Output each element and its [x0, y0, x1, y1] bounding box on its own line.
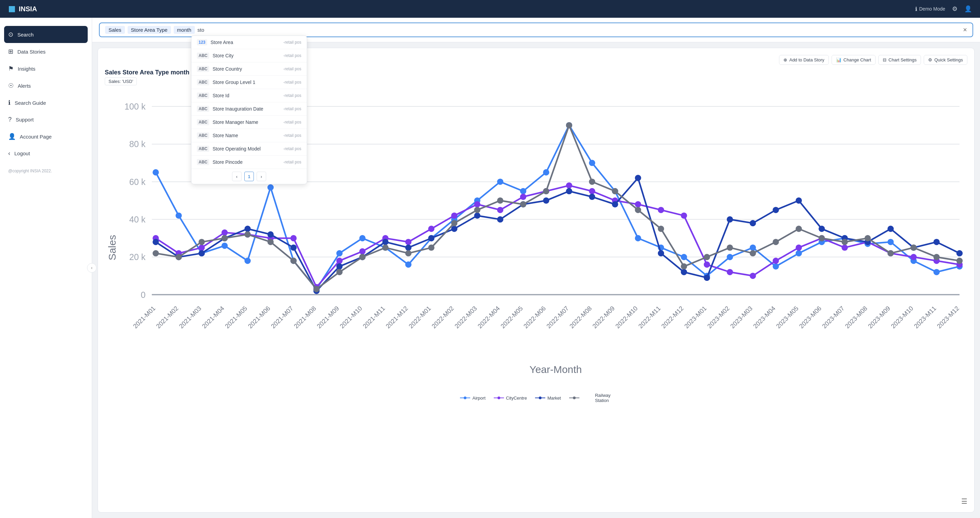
next-page-button[interactable]: › — [256, 172, 266, 181]
svg-text:20 k: 20 k — [129, 252, 146, 262]
sidebar-toggle[interactable]: ‹ — [87, 263, 97, 273]
sidebar-item-logout[interactable]: ‹ Logout — [0, 145, 92, 162]
svg-point-14 — [464, 397, 466, 399]
x-axis-tick: 2023-M08 — [843, 305, 869, 330]
sidebar-item-alerts-label: Alerts — [18, 83, 31, 89]
search-token-month[interactable]: month — [174, 26, 195, 34]
prev-page-button[interactable]: ‹ — [232, 172, 242, 181]
chart-line-market — [156, 178, 959, 291]
dropdown-pagination: ‹ 1 › — [191, 168, 307, 184]
hamburger-menu[interactable]: ☰ — [961, 497, 967, 505]
chart-dot — [589, 194, 595, 200]
chart-dot — [359, 254, 366, 260]
dropdown-item[interactable]: ABCStore Operating Model-retail pos — [191, 142, 307, 156]
chart-icon: 📊 — [836, 57, 842, 62]
x-axis-tick: 2021-M11 — [361, 305, 386, 330]
search-input[interactable] — [197, 27, 961, 33]
chart-dot — [153, 239, 159, 245]
chart-dot — [888, 226, 894, 232]
chart-dot — [842, 244, 848, 251]
search-token-store-area[interactable]: Store Area Type — [127, 26, 171, 34]
sidebar-item-search[interactable]: ⊙ Search — [4, 26, 88, 43]
chart-dot — [497, 207, 503, 213]
x-axis-tick: 2021-M05 — [223, 305, 248, 330]
x-axis-tick: 2023-M07 — [821, 305, 846, 330]
chart-dot — [750, 220, 756, 226]
dropdown-item[interactable]: ABCStore Group Level 1-retail pos — [191, 76, 307, 89]
chart-dot — [406, 244, 412, 251]
chart-dot — [199, 244, 205, 251]
add-to-data-story-button[interactable]: ⊕ Add to Data Story — [779, 55, 829, 65]
sidebar-item-support[interactable]: ? Support — [0, 111, 92, 128]
dropdown-item-source: -retail pos — [283, 160, 301, 164]
dropdown-item[interactable]: ABCStore Pincode-retail pos — [191, 156, 307, 168]
chart-dot — [842, 239, 848, 245]
chart-settings-button[interactable]: ⊟ Chart Settings — [878, 55, 921, 65]
quick-settings-button[interactable]: ⚙ Quick Settings — [924, 55, 967, 65]
chart-dot — [589, 178, 595, 184]
dropdown-item[interactable]: ABCStore Name-retail pos — [191, 129, 307, 142]
svg-text:0: 0 — [141, 290, 145, 300]
svg-point-18 — [539, 397, 541, 399]
search-token-sales[interactable]: Sales — [105, 26, 125, 34]
sidebar-item-account[interactable]: 👤 Account Page — [0, 128, 92, 145]
search-bar[interactable]: Sales Store Area Type month × — [99, 22, 973, 37]
sidebar-item-support-label: Support — [16, 117, 34, 122]
header: ▦ INSIA ℹ Demo Mode ⚙ 👤 — [0, 0, 980, 18]
x-axis-tick: 2022-M02 — [430, 305, 455, 330]
logout-icon: ‹ — [8, 150, 10, 157]
sidebar-item-search-guide[interactable]: ℹ Search Guide — [0, 94, 92, 111]
current-page: 1 — [244, 172, 254, 181]
dropdown-item-name: Store Inauguration Date — [213, 106, 263, 111]
gear-icon: ⚙ — [928, 57, 932, 62]
chart-dot — [796, 250, 802, 256]
chart-dot — [336, 264, 343, 270]
x-axis-tick: 2022-M01 — [407, 305, 432, 330]
settings-icon[interactable]: ⚙ — [952, 5, 958, 13]
main-layout: ‹ ⊙ Search ⊞ Data Stories ⚑ Insights ☉ A… — [0, 18, 980, 518]
x-axis-tick: 2022-M12 — [660, 305, 685, 330]
dropdown-item[interactable]: ABCStore Id-retail pos — [191, 89, 307, 102]
logo-text: INSIA — [19, 5, 37, 13]
y-axis-label: Sales — [107, 235, 118, 261]
sidebar-item-alerts[interactable]: ☉ Alerts — [0, 77, 92, 94]
chart-dot — [956, 250, 963, 256]
user-icon[interactable]: 👤 — [964, 5, 972, 13]
legend-item-market: Market — [535, 396, 561, 400]
dropdown-item[interactable]: ABCStore City-retail pos — [191, 49, 307, 62]
dropdown-item[interactable]: 123Store Area-retail pos — [191, 36, 307, 49]
dropdown-item[interactable]: ABCStore Manager Name-retail pos — [191, 116, 307, 129]
close-icon[interactable]: × — [963, 26, 967, 34]
chart-dot — [382, 239, 388, 245]
dropdown-item-source: -retail pos — [283, 120, 301, 124]
chart-dot — [290, 235, 296, 241]
sidebar-item-data-stories[interactable]: ⊞ Data Stories — [0, 43, 92, 60]
dropdown-item[interactable]: ABCStore Inauguration Date-retail pos — [191, 102, 307, 116]
chart-filter-badge[interactable]: Sales: 'USD' — [105, 78, 137, 85]
x-axis-tick: 2021-M01 — [132, 305, 157, 330]
chart-dot — [497, 197, 503, 204]
x-axis-tick: 2021-M10 — [339, 305, 363, 330]
chart-dot — [703, 254, 710, 260]
dropdown-item-name: Store Operating Model — [213, 146, 261, 151]
chart-dot — [221, 229, 228, 235]
dropdown-item-name: Store Pincode — [213, 159, 243, 165]
change-chart-button[interactable]: 📊 Change Chart — [832, 55, 876, 65]
chart-dot — [750, 250, 756, 256]
svg-point-16 — [498, 397, 500, 399]
sidebar-item-account-label: Account Page — [20, 134, 51, 140]
chart-dot — [658, 250, 664, 256]
svg-text:100 k: 100 k — [124, 102, 146, 111]
chart-dot — [176, 254, 182, 260]
chart-dot — [658, 207, 664, 213]
chart-dot — [359, 235, 366, 241]
sidebar-item-insights[interactable]: ⚑ Insights — [0, 60, 92, 77]
x-axis-tick: 2021-M04 — [200, 305, 226, 330]
x-axis-tick: 2022-M10 — [614, 305, 639, 330]
chart-dot — [934, 269, 940, 275]
dropdown-item[interactable]: ABCStore Country-retail pos — [191, 62, 307, 76]
x-axis-tick: 2023-M04 — [752, 305, 776, 330]
chart-dot — [520, 188, 526, 194]
add-icon: ⊕ — [783, 57, 787, 62]
chart-dot — [267, 239, 274, 245]
